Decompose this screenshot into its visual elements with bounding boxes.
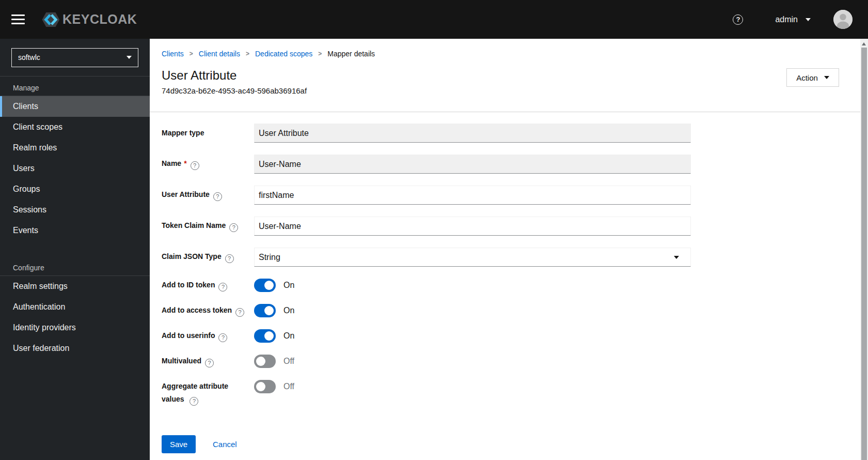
add-to-id-token-switch[interactable] [254, 279, 276, 292]
caret-down-icon [824, 76, 829, 79]
mapper-type-row: Mapper type [162, 124, 860, 143]
realm-select[interactable]: softwlc [11, 48, 138, 67]
realm-selector-region: softwlc [0, 39, 150, 76]
switch-knob [264, 331, 274, 341]
user-attribute-input[interactable] [254, 186, 691, 205]
switch-knob [264, 306, 274, 315]
token-claim-name-input[interactable] [254, 217, 691, 236]
user-attribute-row: User Attribute [162, 186, 860, 205]
question-circle-icon[interactable] [213, 192, 222, 201]
sidebar-item-authentication[interactable]: Authentication [0, 297, 150, 317]
token-claim-name-row: Token Claim Name [162, 217, 860, 236]
sidebar-item-sessions[interactable]: Sessions [0, 200, 150, 220]
chevron-right-icon [190, 50, 193, 58]
nav-section-title: Manage [0, 76, 150, 96]
switch-knob [256, 357, 265, 366]
add-to-id-token-row: Add to ID token On [162, 279, 860, 292]
keycloak-logo[interactable]: KEYCLOAK [39, 9, 137, 30]
claim-json-type-row: Claim JSON Type String [162, 248, 860, 267]
field-label: User Attribute [162, 189, 254, 201]
multivalued-switch[interactable] [254, 355, 276, 368]
keycloak-logo-icon [39, 9, 61, 30]
multivalued-row: Multivalued Off [162, 355, 860, 368]
caret-down-icon [674, 256, 679, 259]
aggregate-attribute-values-switch[interactable] [254, 380, 276, 393]
scrollbar-up-arrow-icon[interactable] [862, 42, 866, 45]
breadcrumb-link-clients[interactable]: Clients [162, 50, 184, 58]
sidebar-item-events[interactable]: Events [0, 220, 150, 241]
field-label: Claim JSON Type [162, 251, 254, 263]
action-dropdown-button[interactable]: Action [786, 68, 839, 87]
switch-state-label: Off [283, 380, 294, 393]
question-circle-icon[interactable] [218, 283, 227, 292]
save-button[interactable]: Save [162, 435, 196, 453]
question-circle-icon[interactable] [205, 359, 214, 367]
question-circle-icon[interactable] [229, 223, 238, 232]
sidebar-item-client-scopes[interactable]: Client scopes [0, 117, 150, 137]
avatar[interactable] [833, 10, 853, 29]
sidebar-item-clients[interactable]: Clients [0, 96, 150, 117]
question-circle-icon[interactable] [218, 333, 227, 342]
user-name: admin [775, 15, 798, 24]
breadcrumb-current-mapper-details: Mapper details [327, 50, 375, 58]
claim-json-type-select[interactable]: String [254, 248, 691, 267]
question-circle-icon[interactable] [225, 254, 234, 263]
add-to-userinfo-row: Add to userinfo On [162, 329, 860, 343]
main-content: Clients Client details Dedicated scopes … [150, 39, 860, 460]
nav-section-manage: Manage Clients Client scopes Realm roles… [0, 76, 150, 241]
field-label: Add to ID token [162, 279, 254, 292]
field-label: Mapper type [162, 128, 254, 139]
nav-section-configure: Configure Realm settings Authentication … [0, 256, 150, 359]
switch-state-label: Off [283, 355, 294, 368]
name-row: Name* [162, 155, 860, 174]
chevron-right-icon [318, 50, 322, 58]
field-label: Multivalued [162, 355, 254, 367]
user-menu[interactable]: admin [775, 15, 811, 24]
sidebar-item-realm-settings[interactable]: Realm settings [0, 276, 150, 297]
caret-down-icon [127, 56, 132, 59]
sidebar-item-user-federation[interactable]: User federation [0, 338, 150, 359]
field-label: Add to userinfo [162, 329, 254, 342]
required-asterisk: * [184, 159, 186, 167]
add-to-userinfo-switch[interactable] [254, 329, 276, 343]
breadcrumb-link-dedicated-scopes[interactable]: Dedicated scopes [255, 50, 312, 58]
breadcrumb: Clients Client details Dedicated scopes … [162, 50, 860, 58]
nav-toggle-icon[interactable] [11, 14, 25, 24]
add-to-access-token-row: Add to access token On [162, 304, 860, 317]
field-label: Aggregate attribute values [162, 380, 254, 406]
scrollbar-thumb[interactable] [861, 48, 867, 460]
app-window: KEYCLOAK admin softwlc [0, 0, 868, 460]
chevron-right-icon [246, 50, 249, 58]
header-divider [150, 112, 860, 112]
switch-state-label: On [283, 329, 294, 343]
sidebar: softwlc Manage Clients Client scopes Rea… [0, 39, 150, 460]
sidebar-item-users[interactable]: Users [0, 158, 150, 179]
sidebar-item-identity-providers[interactable]: Identity providers [0, 317, 150, 338]
switch-state-label: On [283, 304, 294, 317]
question-circle-icon[interactable] [190, 397, 198, 406]
mapper-type-input [254, 124, 691, 143]
mapper-form: Mapper type Name* User Attribute Token C… [162, 124, 860, 453]
help-icon[interactable] [733, 14, 743, 25]
vertical-scrollbar[interactable] [860, 39, 868, 460]
field-label: Name* [162, 158, 254, 170]
page-title: User Attribute [162, 68, 860, 83]
mapper-id: 74d9c32a-b62e-4953-ac49-596ab36916af [162, 86, 860, 96]
question-circle-icon[interactable] [191, 161, 199, 170]
caret-down-icon [806, 18, 811, 21]
cancel-link[interactable]: Cancel [213, 440, 237, 449]
realm-name: softwlc [18, 53, 40, 62]
switch-knob [256, 382, 265, 391]
form-buttons: Save Cancel [162, 435, 860, 453]
field-label: Add to access token [162, 304, 254, 317]
field-label: Token Claim Name [162, 220, 254, 232]
breadcrumb-link-client-details[interactable]: Client details [199, 50, 240, 58]
add-to-access-token-switch[interactable] [254, 304, 276, 317]
sidebar-item-groups[interactable]: Groups [0, 179, 150, 200]
name-input [254, 155, 691, 174]
masthead: KEYCLOAK admin [0, 0, 868, 39]
nav-section-title: Configure [0, 256, 150, 276]
sidebar-item-realm-roles[interactable]: Realm roles [0, 137, 150, 158]
question-circle-icon[interactable] [235, 308, 244, 317]
brand-text: KEYCLOAK [62, 12, 137, 27]
